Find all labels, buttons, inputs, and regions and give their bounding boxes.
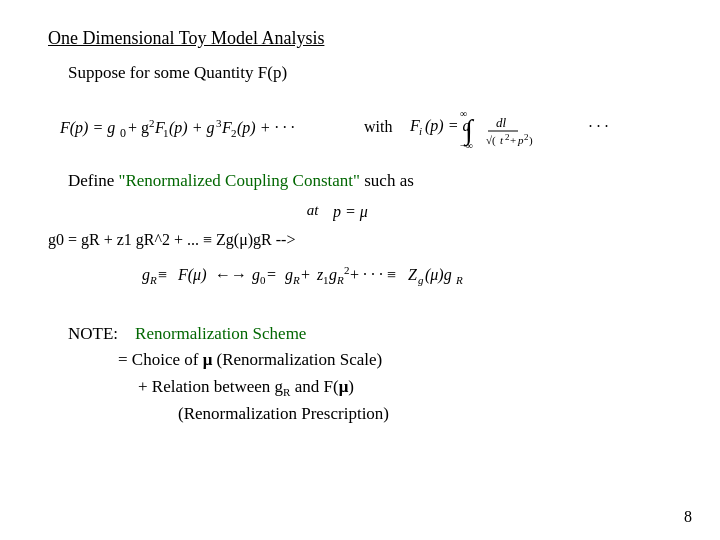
- slide-title: One Dimensional Toy Model Analysis: [48, 28, 672, 49]
- svg-text:(μ)g: (μ)g: [425, 266, 452, 284]
- svg-text:2: 2: [231, 127, 237, 139]
- svg-text:2: 2: [344, 264, 350, 276]
- svg-text:≡: ≡: [158, 266, 167, 283]
- with-text: with: [364, 118, 392, 136]
- svg-text:+ · · · ≡: + · · · ≡: [350, 266, 396, 283]
- note-mu: μ: [203, 350, 213, 369]
- define-pre: Define: [68, 171, 119, 190]
- note-spacing: [122, 324, 131, 343]
- svg-text:1: 1: [163, 127, 169, 139]
- note-line2: = Choice of μ (Renormalization Scale): [118, 347, 672, 373]
- svg-text:=: =: [267, 266, 276, 283]
- note-line2-end: (Renormalization Scale): [212, 350, 382, 369]
- svg-text:F(p) = g: F(p) = g: [59, 119, 115, 137]
- page-number: 8: [684, 508, 692, 526]
- at-text: at: [307, 202, 319, 218]
- svg-text:0: 0: [120, 126, 126, 140]
- formula-row-2: g R ≡ F(μ) ←→ g 0 = g R + z 1 g R 2 + · …: [48, 249, 672, 299]
- svg-text:2: 2: [524, 132, 529, 142]
- formula-gr-svg: g R ≡ F(μ) ←→ g 0 = g R + z 1 g R 2 + · …: [140, 252, 580, 296]
- define-line: Define "Renormalized Coupling Constant" …: [68, 171, 672, 191]
- svg-text:←→: ←→: [215, 266, 247, 283]
- svg-text:p = μ: p = μ: [333, 203, 368, 221]
- formula-fi-svg: F i (p) = a ∫ ∞ −∞ dl √( t 2 + p 2 ): [408, 101, 578, 153]
- svg-text:∞: ∞: [460, 108, 467, 119]
- svg-text:R: R: [455, 274, 463, 286]
- note-line1: NOTE: Renormalization Scheme: [68, 321, 672, 347]
- formula-row-1: F(p) = g 0 + g 2 F 1 (p) + g 3 F 2 (p) +…: [58, 101, 672, 153]
- note-line3: + Relation between gR and F(μ): [138, 374, 672, 402]
- note-line4: (Renormalization Prescription): [178, 401, 672, 427]
- svg-text:dl: dl: [496, 115, 507, 130]
- svg-text:Z: Z: [408, 266, 418, 283]
- svg-text:+ g: + g: [128, 119, 149, 137]
- svg-text:√(: √(: [486, 134, 496, 147]
- svg-text:(p) = a: (p) = a: [425, 117, 470, 135]
- svg-text:g: g: [418, 274, 424, 286]
- slide-container: One Dimensional Toy Model Analysis Suppo…: [0, 0, 720, 540]
- svg-text:g: g: [142, 266, 150, 284]
- note-line2-text: = Choice of: [118, 350, 203, 369]
- svg-text:R: R: [336, 274, 344, 286]
- svg-text:2: 2: [505, 132, 510, 142]
- svg-text:g: g: [285, 266, 293, 284]
- svg-text:−∞: −∞: [460, 140, 473, 151]
- ellipsis2: · · ·: [588, 118, 608, 136]
- svg-text:p: p: [517, 134, 524, 146]
- svg-text:g: g: [252, 266, 260, 284]
- define-quoted: "Renormalized Coupling Constant": [119, 171, 360, 190]
- suppose-line: Suppose for some Quantity F(p): [68, 63, 672, 83]
- svg-text:0: 0: [260, 274, 266, 286]
- svg-text:i: i: [419, 125, 422, 137]
- svg-text:F(μ): F(μ): [177, 266, 206, 284]
- note-line3-text: + Relation between g: [138, 377, 283, 396]
- note-mu2: μ: [339, 377, 349, 396]
- svg-text:1: 1: [323, 274, 329, 286]
- svg-text:): ): [529, 134, 533, 147]
- define-post: such as: [360, 171, 414, 190]
- svg-text:(p) + · · ·: (p) + · · ·: [237, 119, 294, 137]
- note-line4-text: (Renormalization Prescription): [178, 404, 389, 423]
- svg-text:(p) + g: (p) + g: [169, 119, 214, 137]
- p-equals-mu-svg: p = μ: [333, 201, 393, 223]
- svg-text:g: g: [329, 266, 337, 284]
- svg-text:2: 2: [149, 117, 155, 129]
- note-scheme: Renormalization Scheme: [135, 324, 306, 343]
- svg-text:t: t: [500, 134, 504, 146]
- svg-text:+: +: [301, 266, 310, 283]
- svg-text:+: +: [510, 134, 516, 146]
- note-line3-end: and F(μ): [290, 377, 353, 396]
- svg-text:R: R: [292, 274, 300, 286]
- svg-text:R: R: [149, 274, 157, 286]
- formula-fp-svg: F(p) = g 0 + g 2 F 1 (p) + g 3 F 2 (p) +…: [58, 103, 348, 151]
- note-section: NOTE: Renormalization Scheme = Choice of…: [68, 321, 672, 428]
- at-line: at p = μ: [28, 201, 672, 223]
- note-label: NOTE:: [68, 324, 118, 343]
